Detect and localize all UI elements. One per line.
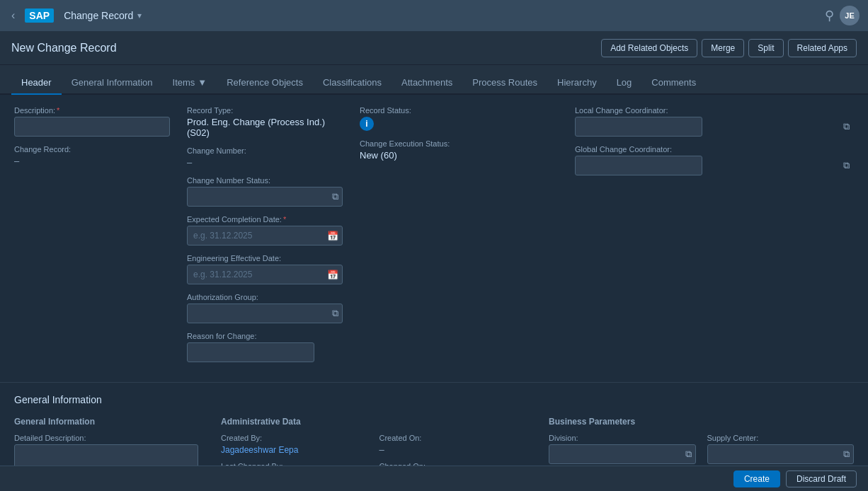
global-change-coordinator-field-group: Global Change Coordinator: ⧉ xyxy=(575,145,854,175)
detailed-description-field-group: Detailed Description: xyxy=(14,434,198,466)
tab-hierarchy[interactable]: Hierarchy xyxy=(547,71,607,95)
col2: Record Type: Prod. Eng. Change (Process … xyxy=(187,106,343,371)
detailed-description-textarea[interactable] xyxy=(14,444,198,466)
description-input[interactable] xyxy=(14,117,170,137)
change-number-status-link-icon[interactable]: ⧉ xyxy=(332,191,338,202)
change-execution-status-field-group: Change Execution Status: New (60) xyxy=(360,139,558,161)
supply-center-link-icon[interactable]: ⧉ xyxy=(843,449,850,460)
top-navigation: ‹ SAP Change Record ▾ ⚲ JE xyxy=(0,0,868,31)
tab-header[interactable]: Header xyxy=(11,71,62,95)
local-change-coordinator-label: Local Change Coordinator: xyxy=(575,106,854,115)
global-change-coordinator-input-wrap: ⧉ xyxy=(575,156,854,175)
tab-bar: Header General Information Items ▼ Refer… xyxy=(0,65,868,95)
eng-effective-calendar-icon[interactable]: 📅 xyxy=(327,270,338,280)
breadcrumb: Change Record ▾ xyxy=(64,10,142,21)
expected-completion-date-label: Expected Completion Date:* xyxy=(187,215,343,224)
administrative-data-subsection: Administrative Data Created By: Jagadees… xyxy=(221,417,526,466)
merge-button[interactable]: Merge xyxy=(702,39,744,57)
change-record-value: – xyxy=(14,156,170,166)
business-parameters-subsection: Business Parameters Division: ⧉ Supply C… xyxy=(549,417,854,466)
authorization-group-link-icon[interactable]: ⧉ xyxy=(332,308,338,319)
action-buttons: Add Related Objects Merge Split Related … xyxy=(601,39,857,57)
supply-center-label: Supply Center: xyxy=(707,434,855,442)
engineering-effective-date-wrap: 📅 xyxy=(187,265,343,284)
header-form-grid: Description:* Change Record: – Record Ty… xyxy=(14,106,854,371)
change-number-status-label: Change Number Status: xyxy=(187,176,343,185)
global-coordinator-link-icon[interactable]: ⧉ xyxy=(843,160,850,171)
tab-log[interactable]: Log xyxy=(607,71,642,95)
expected-completion-calendar-icon[interactable]: 📅 xyxy=(327,231,338,241)
col3: Record Status: i Change Execution Status… xyxy=(360,106,558,169)
authorization-group-label: Authorization Group: xyxy=(187,293,343,301)
tab-process-routes[interactable]: Process Routes xyxy=(462,71,547,95)
tab-general-information[interactable]: General Information xyxy=(62,71,163,95)
supply-center-input-wrap: ⧉ xyxy=(707,444,855,464)
change-number-status-input[interactable] xyxy=(187,187,343,207)
change-number-field-group: Change Number: – xyxy=(187,146,343,168)
local-coordinator-link-icon[interactable]: ⧉ xyxy=(843,121,850,132)
general-information-section-title: General Information xyxy=(14,394,854,405)
add-related-objects-button[interactable]: Add Related Objects xyxy=(601,39,697,57)
engineering-effective-date-input[interactable] xyxy=(187,265,343,284)
engineering-effective-date-field-group: Engineering Effective Date: 📅 xyxy=(187,254,343,284)
expected-completion-date-input[interactable] xyxy=(187,226,343,246)
change-number-status-field-group: Change Number Status: ⧉ xyxy=(187,176,343,207)
top-nav-right: ⚲ JE xyxy=(825,6,860,25)
record-status-field-group: Record Status: i xyxy=(360,106,558,131)
division-input[interactable] xyxy=(549,444,696,464)
tab-attachments[interactable]: Attachments xyxy=(392,71,462,95)
breadcrumb-text: Change Record xyxy=(64,10,133,21)
breadcrumb-chevron-icon[interactable]: ▾ xyxy=(137,11,142,21)
change-execution-status-label: Change Execution Status: xyxy=(360,139,558,148)
detailed-description-label: Detailed Description: xyxy=(14,434,198,442)
created-by-label: Created By: xyxy=(221,434,368,442)
global-change-coordinator-input[interactable] xyxy=(575,156,702,175)
reason-for-change-label: Reason for Change: xyxy=(187,332,343,340)
created-on-label: Created On: xyxy=(379,434,527,442)
create-button[interactable]: Create xyxy=(733,470,780,487)
created-on-value: – xyxy=(379,444,527,455)
administrative-data-subtitle: Administrative Data xyxy=(221,417,526,427)
action-bar: New Change Record Add Related Objects Me… xyxy=(0,31,868,65)
tab-items[interactable]: Items ▼ xyxy=(163,71,217,95)
record-status-label: Record Status: xyxy=(360,106,558,115)
split-button[interactable]: Split xyxy=(748,39,783,57)
page-title: New Change Record xyxy=(11,42,601,54)
created-by-field-group: Created By: Jagadeeshwar Eepa xyxy=(221,434,368,455)
division-input-wrap: ⧉ xyxy=(549,444,696,464)
tab-comments[interactable]: Comments xyxy=(641,71,706,95)
expected-completion-date-field-group: Expected Completion Date:* 📅 xyxy=(187,215,343,246)
tab-reference-objects[interactable]: Reference Objects xyxy=(217,71,313,95)
user-avatar[interactable]: JE xyxy=(840,6,860,25)
supply-center-input[interactable] xyxy=(707,444,855,464)
division-label: Division: xyxy=(549,434,696,442)
exp-date-required: * xyxy=(283,215,286,224)
general-info-subsection: General Information Detailed Description… xyxy=(14,417,198,466)
description-label: Description:* xyxy=(14,106,170,115)
local-change-coordinator-field-group: Local Change Coordinator: ⧉ xyxy=(575,106,854,137)
supply-center-field-group: Supply Center: ⧉ xyxy=(707,434,855,464)
created-by-value[interactable]: Jagadeeshwar Eepa xyxy=(221,445,298,455)
tab-classifications[interactable]: Classifications xyxy=(313,71,392,95)
search-icon[interactable]: ⚲ xyxy=(825,8,834,23)
record-status-info-icon[interactable]: i xyxy=(360,117,374,131)
created-on-field-group: Created On: – xyxy=(379,434,527,455)
description-field-group: Description:* xyxy=(14,106,170,137)
reason-for-change-input[interactable] xyxy=(187,342,314,362)
col1: Description:* Change Record: – xyxy=(14,106,170,175)
authorization-group-input-wrap: ⧉ xyxy=(187,304,343,323)
division-link-icon[interactable]: ⧉ xyxy=(685,449,692,460)
items-tab-chevron-icon: ▼ xyxy=(198,77,207,88)
back-button[interactable]: ‹ xyxy=(8,6,18,25)
change-record-field-group: Change Record: – xyxy=(14,145,170,166)
general-info-subtitle: General Information xyxy=(14,417,198,427)
change-record-label: Change Record: xyxy=(14,145,170,154)
authorization-group-input[interactable] xyxy=(187,304,343,323)
col4: Local Change Coordinator: ⧉ Global Chang… xyxy=(575,106,854,184)
record-status-area: i xyxy=(360,117,558,131)
related-apps-button[interactable]: Related Apps xyxy=(788,39,857,57)
expected-completion-date-wrap: 📅 xyxy=(187,226,343,246)
local-change-coordinator-input[interactable] xyxy=(575,117,702,137)
reason-for-change-field-group: Reason for Change: xyxy=(187,332,343,362)
discard-draft-button[interactable]: Discard Draft xyxy=(786,470,857,487)
